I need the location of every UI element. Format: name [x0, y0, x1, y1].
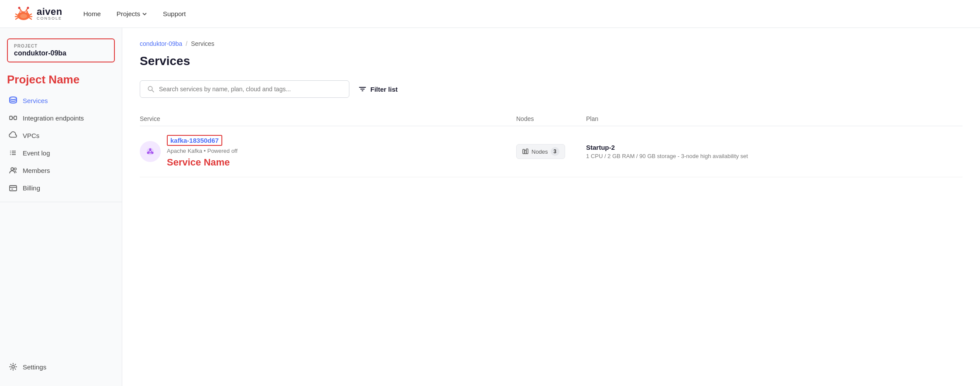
project-label: PROJECT: [14, 44, 108, 48]
svg-line-13: [16, 17, 18, 19]
breadcrumb: conduktor-09ba / Services: [140, 40, 963, 47]
nodes-icon: [522, 148, 529, 155]
search-filter-row: Filter list: [140, 80, 963, 98]
integration-icon: [9, 114, 17, 122]
search-box[interactable]: [140, 80, 349, 98]
logo-text: aiven CONSOLE: [37, 7, 62, 21]
service-name-link[interactable]: kafka-18350d67: [167, 135, 222, 146]
cloud-icon: [9, 131, 17, 140]
sidebar-billing-label: Billing: [23, 184, 40, 192]
sidebar-eventlog-label: Event log: [23, 149, 50, 157]
project-box: PROJECT conduktor-09ba: [7, 38, 115, 62]
svg-point-29: [14, 168, 17, 170]
col-header-plan: Plan: [586, 115, 963, 122]
billing-icon: [9, 183, 17, 192]
service-name-annotation: Service Name: [167, 157, 238, 168]
project-name-value: conduktor-09ba: [14, 49, 108, 57]
plan-cell: Startup-2 1 CPU / 2 GB RAM / 90 GB stora…: [586, 144, 963, 159]
plan-name: Startup-2: [586, 144, 963, 151]
svg-point-10: [27, 7, 29, 9]
filter-icon: [358, 85, 367, 93]
svg-point-6: [25, 11, 26, 12]
header: aiven CONSOLE Home Projects Support: [0, 0, 980, 28]
list-icon: [9, 148, 17, 157]
svg-point-17: [20, 14, 27, 18]
nodes-count: 3: [551, 147, 559, 156]
page-title: Services: [140, 54, 963, 68]
sidebar-vpcs-label: VPCs: [23, 132, 39, 139]
sidebar-integration-label: Integration endpoints: [23, 114, 84, 122]
members-icon: [9, 166, 17, 175]
svg-rect-30: [10, 186, 17, 191]
main-content: conduktor-09ba / Services Services: [122, 28, 980, 386]
sidebar-divider: [0, 202, 122, 202]
nav-home[interactable]: Home: [83, 10, 101, 17]
table-row: kafka-18350d67 Apache Kafka • Powered of…: [140, 126, 963, 177]
col-header-service: Service: [140, 115, 516, 122]
sidebar-item-settings[interactable]: Settings: [0, 358, 122, 376]
nodes-badge: Nodes 3: [516, 144, 565, 159]
breadcrumb-project-link[interactable]: conduktor-09ba: [140, 40, 182, 47]
svg-point-9: [18, 7, 21, 9]
search-input[interactable]: [159, 86, 342, 93]
svg-point-40: [149, 148, 152, 151]
database-icon: [9, 96, 17, 105]
services-table: Service Nodes Plan: [140, 112, 963, 177]
nodes-cell: Nodes 3: [516, 144, 586, 159]
sidebar-item-eventlog[interactable]: Event log: [0, 144, 122, 162]
kafka-icon: [144, 145, 156, 158]
nav-support[interactable]: Support: [163, 10, 186, 17]
svg-point-33: [12, 365, 14, 368]
table-header: Service Nodes Plan: [140, 112, 963, 126]
chevron-down-icon: [142, 11, 147, 17]
nav-projects[interactable]: Projects: [117, 10, 147, 17]
filter-label: Filter list: [370, 86, 398, 93]
aiven-logo-icon: [14, 4, 33, 24]
sidebar-item-integration[interactable]: Integration endpoints: [0, 109, 122, 127]
sidebar-services-label: Services: [23, 97, 48, 104]
svg-rect-48: [526, 149, 528, 154]
svg-point-18: [10, 97, 17, 100]
logo-name: aiven: [37, 7, 62, 17]
settings-icon: [9, 362, 17, 371]
svg-point-5: [20, 11, 21, 12]
service-cell: kafka-18350d67 Apache Kafka • Powered of…: [140, 135, 516, 168]
logo-area: aiven CONSOLE: [14, 4, 62, 24]
sidebar: PROJECT conduktor-09ba Project Name Serv…: [0, 28, 122, 386]
plan-details: 1 CPU / 2 GB RAM / 90 GB storage - 3-nod…: [586, 153, 963, 159]
nodes-label: Nodes: [531, 148, 548, 155]
breadcrumb-separator: /: [186, 40, 187, 47]
col-header-nodes: Nodes: [516, 115, 586, 122]
svg-line-35: [152, 90, 154, 92]
breadcrumb-current: Services: [191, 40, 214, 47]
layout: PROJECT conduktor-09ba Project Name Serv…: [0, 28, 980, 386]
service-kafka-icon: [140, 141, 161, 162]
project-name-heading: Project Name: [0, 69, 122, 92]
sidebar-bottom: Settings: [0, 358, 122, 376]
sidebar-settings-label: Settings: [23, 363, 46, 371]
sidebar-item-vpcs[interactable]: VPCs: [0, 127, 122, 144]
sidebar-nav: Services Integration endpoints VPCs: [0, 92, 122, 196]
svg-rect-19: [10, 116, 12, 120]
search-icon: [147, 85, 155, 93]
filter-button[interactable]: Filter list: [356, 80, 400, 98]
svg-line-16: [29, 17, 31, 19]
sidebar-members-label: Members: [23, 167, 50, 174]
sidebar-item-services[interactable]: Services: [0, 92, 122, 109]
service-subtitle: Apache Kafka • Powered off: [167, 148, 238, 154]
svg-point-28: [11, 168, 14, 170]
service-info: kafka-18350d67 Apache Kafka • Powered of…: [167, 135, 238, 168]
svg-rect-20: [14, 116, 17, 120]
logo-sub: CONSOLE: [37, 17, 62, 21]
sidebar-item-members[interactable]: Members: [0, 162, 122, 179]
sidebar-item-billing[interactable]: Billing: [0, 179, 122, 196]
main-nav: Home Projects Support: [83, 10, 186, 17]
